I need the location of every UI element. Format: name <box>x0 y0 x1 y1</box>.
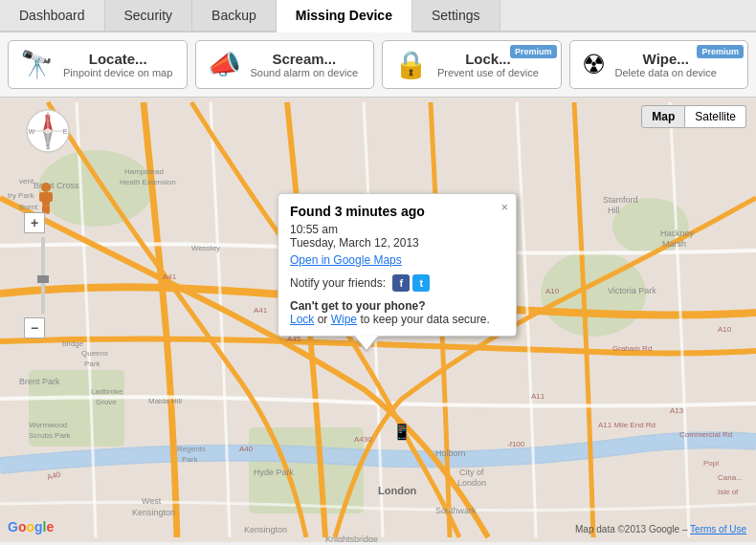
tab-settings[interactable]: Settings <box>412 0 500 31</box>
popup-date: Tuesday, March 12, 2013 <box>290 236 504 250</box>
zoom-slider[interactable] <box>41 237 45 314</box>
svg-text:Hampstead: Hampstead <box>124 167 164 176</box>
svg-text:Marsh: Marsh <box>662 239 686 249</box>
svg-text:E: E <box>63 128 68 135</box>
tab-dashboard[interactable]: Dashboard <box>0 0 105 31</box>
svg-text:City of: City of <box>459 468 484 477</box>
map-toggle-satellite[interactable]: Satellite <box>685 105 746 128</box>
lock-icon: 🔒 <box>394 49 428 80</box>
svg-text:bridge: bridge <box>62 339 84 348</box>
map-zoom: + − <box>24 212 45 338</box>
open-google-maps-link[interactable]: Open in Google Maps <box>290 253 504 267</box>
svg-text:A11: A11 <box>531 392 545 401</box>
location-popup: × Found 3 minutes ago 10:55 am Tuesday, … <box>278 193 517 337</box>
svg-text:vent: vent <box>19 177 34 185</box>
notify-label: Notify your friends: <box>290 276 386 290</box>
svg-text:A430: A430 <box>354 435 372 444</box>
svg-rect-73 <box>39 192 44 202</box>
svg-text:Hackney: Hackney <box>660 229 695 238</box>
svg-text:try Park: try Park <box>8 191 35 200</box>
google-letter-g2: g <box>34 519 43 534</box>
svg-point-71 <box>41 183 51 192</box>
wipe-subtitle: Delete data on device <box>615 67 717 78</box>
svg-text:Graham Rd: Graham Rd <box>612 344 652 353</box>
lock-button[interactable]: Premium 🔒 Lock... Prevent use of device <box>382 40 562 89</box>
svg-text:A13: A13 <box>670 406 684 415</box>
svg-text:Commercial Rd: Commercial Rd <box>679 430 732 439</box>
tab-missing-device[interactable]: Missing Device <box>277 0 412 33</box>
scream-subtitle: Sound alarm on device <box>251 67 359 78</box>
svg-text:A10: A10 <box>545 287 560 295</box>
svg-text:Hyde Park: Hyde Park <box>254 468 295 477</box>
svg-text:Maida Hill: Maida Hill <box>148 397 182 405</box>
svg-text:Scrubs Park: Scrubs Park <box>29 431 72 440</box>
google-letter-g: G <box>8 519 18 534</box>
svg-text:Grove: Grove <box>96 398 117 406</box>
svg-text:S: S <box>46 143 51 150</box>
popup-tail <box>355 336 378 350</box>
map-attribution: Map data ©2013 Google – Terms of Use <box>575 524 746 534</box>
svg-text:Queens: Queens <box>81 349 108 358</box>
lock-subtitle: Prevent use of device <box>437 67 539 78</box>
svg-text:Victoria Park: Victoria Park <box>608 286 656 295</box>
popup-close-button[interactable]: × <box>500 200 508 214</box>
svg-text:Regents: Regents <box>177 445 206 453</box>
map-toggle: Map Satellite <box>641 105 746 128</box>
locate-title: Locate... <box>63 51 172 67</box>
popup-lock-link[interactable]: Lock <box>290 313 314 326</box>
svg-rect-76 <box>46 205 50 214</box>
svg-text:Ladbroke: Ladbroke <box>91 387 123 396</box>
zoom-handle[interactable] <box>37 275 49 283</box>
svg-text:West: West <box>142 496 162 506</box>
navigation-tabs: Dashboard Security Backup Missing Device… <box>0 0 756 33</box>
zoom-out-button[interactable]: − <box>24 317 45 338</box>
facebook-share-button[interactable]: f <box>392 274 410 292</box>
svg-text:W: W <box>29 128 35 135</box>
scream-icon: 📣 <box>208 49 241 80</box>
wipe-premium-badge: Premium <box>697 45 744 58</box>
svg-text:Stamford: Stamford <box>603 195 638 205</box>
map-data-text: Map data ©2013 Google <box>575 524 679 534</box>
zoom-in-button[interactable]: + <box>24 212 45 233</box>
map-compass[interactable]: N S W E <box>24 107 72 155</box>
svg-text:-f100: -f100 <box>507 440 525 448</box>
lock-premium-badge: Premium <box>510 45 557 58</box>
svg-text:Hill: Hill <box>608 206 620 215</box>
locate-subtitle: Pinpoint device on map <box>63 67 172 78</box>
locate-button[interactable]: 🔭 Locate... Pinpoint device on map <box>8 40 188 89</box>
svg-text:Brent Park: Brent Park <box>19 377 60 386</box>
wipe-icon: ☢ <box>582 49 606 80</box>
svg-text:Heath Extension: Heath Extension <box>120 178 176 186</box>
twitter-share-button[interactable]: t <box>412 274 430 292</box>
popup-or-text: or <box>314 313 330 326</box>
terms-of-use-link[interactable]: Terms of Use <box>690 524 746 534</box>
popup-suffix: to keep your data secure. <box>357 313 490 326</box>
svg-text:Wormwood: Wormwood <box>29 421 67 429</box>
svg-text:A40: A40 <box>239 445 254 453</box>
svg-text:A41: A41 <box>163 272 177 281</box>
map-container[interactable]: Brent Cross Hampstead Heath Extension St… <box>0 98 756 542</box>
popup-cant-reach: Can't get to your phone? Lock or Wipe to… <box>290 299 504 326</box>
wipe-button[interactable]: Premium ☢ Wipe... Delete data on device <box>569 40 749 89</box>
device-location-pin: 📱 <box>392 423 411 441</box>
google-letter-e: e <box>46 519 54 534</box>
tab-backup[interactable]: Backup <box>192 0 277 31</box>
popup-notify-row: Notify your friends: f t <box>290 274 504 292</box>
map-toggle-map[interactable]: Map <box>641 105 685 128</box>
svg-text:Park: Park <box>84 360 100 368</box>
svg-text:N: N <box>45 113 51 121</box>
scream-button[interactable]: 📣 Scream... Sound alarm on device <box>195 40 375 89</box>
locate-icon: 🔭 <box>20 49 54 80</box>
popup-wipe-link[interactable]: Wipe <box>331 313 357 326</box>
popup-found-text: Found 3 minutes ago <box>290 204 504 219</box>
svg-text:A10: A10 <box>718 325 732 334</box>
svg-text:Cana...: Cana... <box>718 473 743 482</box>
svg-text:A11 Mile End Rd: A11 Mile End Rd <box>598 421 656 429</box>
svg-text:Knightsbridge: Knightsbridge <box>325 534 378 542</box>
tab-security[interactable]: Security <box>105 0 193 31</box>
svg-text:Popl: Popl <box>703 459 719 468</box>
svg-text:Isle of: Isle of <box>718 488 739 496</box>
social-share-icons: f t <box>392 274 430 292</box>
scream-title: Scream... <box>251 51 359 67</box>
svg-text:Southwark: Southwark <box>435 506 477 515</box>
